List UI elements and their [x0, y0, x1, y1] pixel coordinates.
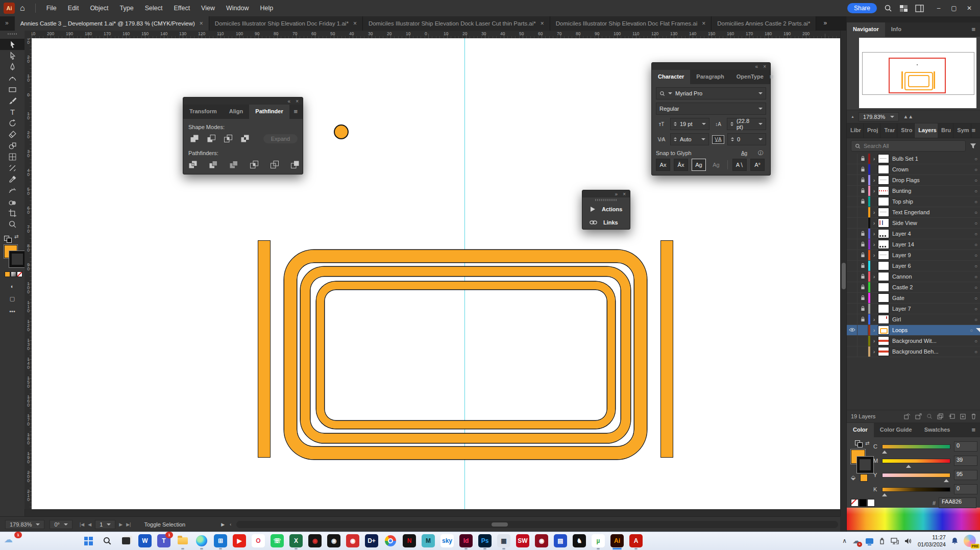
search-icon[interactable]: [884, 4, 892, 12]
default-fill-stroke-icon[interactable]: ⇄: [4, 234, 24, 242]
snap-option-button[interactable]: Ax: [656, 159, 670, 171]
onedrive-icon[interactable]: ☁ ×: [852, 536, 860, 545]
snap-option-button[interactable]: Âx: [674, 159, 688, 171]
dock-tab-sym[interactable]: Sym: [953, 123, 971, 138]
font-style-select[interactable]: Regular: [656, 103, 766, 115]
menu-select[interactable]: Select: [139, 5, 168, 12]
close-panel-icon[interactable]: ×: [763, 64, 766, 69]
taskbar-start-button[interactable]: [82, 534, 95, 547]
layer-row[interactable]: › Loops ○: [847, 325, 980, 336]
close-tab-icon[interactable]: ×: [702, 20, 705, 27]
taskbar-file-explorer[interactable]: [176, 534, 189, 547]
in-gamut-color-swatch[interactable]: [860, 474, 868, 482]
horizontal-scrollbar[interactable]: [236, 521, 838, 528]
layer-row[interactable]: › Cannon ○: [847, 271, 980, 282]
layer-thumbnail[interactable]: [878, 218, 889, 228]
target-circle-icon[interactable]: ○: [971, 188, 980, 194]
slider-track[interactable]: [882, 459, 950, 463]
stepper-icon[interactable]: [730, 120, 733, 128]
first-artboard-button[interactable]: |◀: [80, 522, 84, 527]
visibility-toggle[interactable]: [847, 293, 857, 303]
taskbar-opera[interactable]: O: [252, 534, 265, 547]
artwork-inner-ring[interactable]: [316, 282, 615, 429]
taskbar-app-black-2[interactable]: ◉: [327, 534, 340, 547]
target-circle-icon[interactable]: ○: [971, 338, 980, 344]
target-circle-icon[interactable]: ○: [971, 263, 980, 269]
swap-fill-stroke-icon[interactable]: ⇄: [14, 234, 18, 239]
copilot-icon[interactable]: PRE: [964, 535, 976, 547]
minimize-button[interactable]: –: [931, 5, 946, 12]
paintbrush-tool[interactable]: [0, 95, 24, 106]
workspace-switcher-icon[interactable]: [915, 5, 924, 12]
menu-view[interactable]: View: [195, 5, 220, 12]
artwork-left-bar[interactable]: [258, 240, 271, 458]
none-mode-button[interactable]: [17, 271, 22, 277]
color-mode-button[interactable]: [5, 271, 10, 277]
pathfinder-minus-back-button[interactable]: [290, 160, 300, 170]
layer-thumbnail[interactable]: [878, 251, 889, 260]
taskbar-edge[interactable]: [195, 534, 208, 547]
layer-row[interactable]: › Side View ○: [847, 218, 980, 229]
expand-chevron-icon[interactable]: ›: [870, 338, 878, 344]
target-circle-icon[interactable]: ○: [971, 349, 980, 355]
expand-chevron-icon[interactable]: ›: [870, 348, 878, 355]
taskbar-chrome[interactable]: [384, 534, 397, 547]
hex-value-field[interactable]: FAA826: [939, 497, 976, 508]
menu-type[interactable]: Type: [114, 5, 139, 12]
layer-thumbnail[interactable]: [878, 261, 889, 270]
layer-row[interactable]: › Text Engerland ○: [847, 207, 980, 218]
volume-icon[interactable]: [904, 538, 912, 544]
snap-option-button[interactable]: A°: [750, 159, 765, 171]
panel-menu-icon[interactable]: ≡: [971, 123, 980, 138]
layer-name[interactable]: Gate: [892, 295, 971, 301]
layer-name[interactable]: Layer 9: [892, 252, 971, 258]
layer-row[interactable]: › Bunting ○: [847, 186, 980, 196]
dock-tab-proj[interactable]: Proj: [864, 123, 880, 138]
layer-name[interactable]: Layer 14: [892, 241, 971, 247]
lock-toggle[interactable]: [857, 196, 868, 207]
tab-overflow-left-icon[interactable]: »: [0, 16, 15, 31]
actions-panel-button[interactable]: Actions: [582, 203, 630, 216]
taskbar-teams[interactable]: T1: [157, 534, 170, 547]
taskbar-indesign[interactable]: Id: [459, 534, 473, 547]
layer-row[interactable]: Gate ○: [847, 293, 980, 304]
pathfinder-divide-button[interactable]: [188, 160, 198, 170]
home-icon[interactable]: ⌂: [20, 4, 25, 13]
layer-thumbnail[interactable]: [878, 315, 889, 324]
expand-chevron-icon[interactable]: ›: [870, 252, 878, 258]
last-artboard-button[interactable]: ▶|: [126, 522, 131, 527]
lock-toggle[interactable]: [857, 261, 868, 271]
swap-fill-stroke-icon[interactable]: ⇄: [865, 440, 869, 446]
taskbar-photoshop[interactable]: Ps: [478, 534, 492, 547]
vertical-ruler[interactable]: 3020100102030405060708090100110120130140…: [24, 38, 32, 509]
document-tab[interactable]: Domiciles Illustrator Ship Elevation Doc…: [209, 16, 363, 31]
new-sublayer-icon[interactable]: [948, 413, 955, 419]
layer-name[interactable]: Background Beh...: [892, 348, 971, 355]
share-button[interactable]: Share: [847, 3, 877, 13]
horizontal-ruler[interactable]: 2202102001901801701601501401301201101009…: [32, 31, 840, 39]
close-panel-icon[interactable]: ×: [296, 98, 299, 104]
visibility-toggle[interactable]: [847, 346, 857, 357]
taskbar-disney-plus[interactable]: D+: [365, 534, 378, 547]
expand-panel-icon[interactable]: »: [615, 191, 618, 197]
target-circle-icon[interactable]: ○: [971, 210, 980, 215]
collapse-panel-icon[interactable]: «: [288, 98, 291, 104]
layer-row[interactable]: › Background Beh... ○: [847, 346, 980, 357]
vertical-scrollbar-thumb[interactable]: [842, 263, 846, 289]
shape-mode-exclude-button[interactable]: [239, 134, 251, 144]
taskbar-maya[interactable]: M: [422, 534, 435, 547]
layer-row[interactable]: › Layer 4 ○: [847, 229, 980, 239]
tab-swatches[interactable]: Swatches: [918, 423, 957, 437]
layer-name[interactable]: Drop Flags: [892, 177, 971, 183]
tray-chevron-icon[interactable]: ∧: [842, 537, 847, 544]
zoom-level-select[interactable]: 179.83%: [5, 520, 44, 529]
slider-value[interactable]: 0: [954, 441, 977, 452]
expand-chevron-icon[interactable]: ›: [870, 177, 878, 183]
slider-thumb[interactable]: [906, 462, 911, 468]
tab-navigator[interactable]: Navigator: [847, 22, 885, 37]
glyph-options-icon[interactable]: A̲g: [739, 151, 750, 156]
visibility-toggle[interactable]: [847, 261, 857, 271]
layer-name[interactable]: Background Wit...: [892, 338, 971, 344]
layer-thumbnail[interactable]: [878, 165, 889, 174]
visibility-toggle[interactable]: [847, 314, 857, 324]
